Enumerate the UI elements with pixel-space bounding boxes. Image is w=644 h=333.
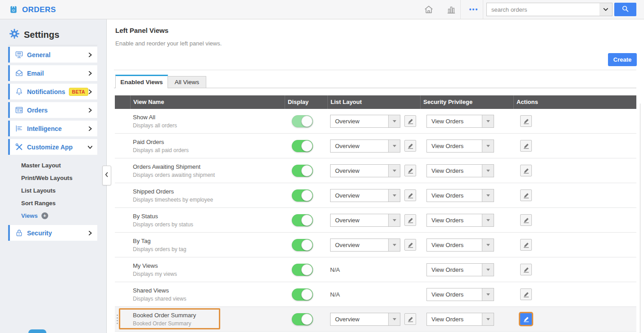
dropdown-caret-icon[interactable] [388, 214, 400, 226]
security-privilege-select[interactable]: View Orders [426, 263, 494, 276]
list-layout-select[interactable]: Overview [330, 115, 400, 128]
list-layout-select[interactable]: Overview [330, 238, 400, 252]
search-button[interactable] [614, 3, 636, 16]
dropdown-caret-icon[interactable] [388, 189, 400, 202]
view-description: Booked Order Summary [133, 320, 191, 327]
actions-cell [513, 282, 636, 306]
actions-cell [513, 257, 636, 282]
row-edit-button[interactable] [520, 115, 532, 127]
security-privilege-select[interactable]: View Orders [426, 313, 494, 326]
dropdown-caret-icon[interactable] [482, 140, 494, 152]
sidebar-subitem-sort-ranges[interactable]: Sort Ranges [21, 197, 73, 209]
display-cell [285, 109, 327, 133]
sidebar-item-general[interactable]: General [8, 47, 97, 63]
shopping-bag-icon [9, 4, 18, 16]
dropdown-caret-icon[interactable] [482, 239, 494, 251]
security-privilege-select[interactable]: View Orders [426, 140, 494, 153]
scrollbar-track[interactable] [640, 104, 640, 333]
dropdown-caret-icon[interactable] [482, 264, 494, 276]
list-layout-edit-button[interactable] [404, 189, 416, 201]
tab-enabled-views[interactable]: Enabled Views [115, 75, 168, 88]
dropdown-caret-icon[interactable] [388, 115, 400, 127]
list-layout-select[interactable]: Overview [330, 140, 400, 153]
sidebar-item-customize-app[interactable]: Customize App [8, 139, 97, 155]
create-button[interactable]: Create [608, 53, 637, 66]
sidebar-item-email[interactable]: Email [8, 65, 97, 81]
display-toggle[interactable] [292, 239, 313, 251]
more-menu-icon[interactable]: ••• [465, 0, 483, 19]
display-cell [285, 257, 327, 282]
display-toggle[interactable] [292, 165, 313, 177]
list-layout-select[interactable]: Overview [330, 313, 400, 326]
security-privilege-select[interactable]: View Orders [426, 164, 494, 177]
list-layout-edit-button[interactable] [404, 239, 416, 251]
toggle-knob [301, 215, 313, 226]
row-edit-button[interactable] [520, 165, 532, 176]
list-layout-edit-button[interactable] [404, 214, 416, 226]
view-description: Displays timesheets by employee [133, 197, 213, 203]
row-edit-button[interactable] [520, 239, 532, 251]
table-body: Show All Displays all orders Overview Vi… [115, 109, 636, 332]
sidebar-collapse-handle[interactable] [102, 166, 111, 185]
search-scope-dropdown[interactable] [599, 3, 612, 16]
list-layout-edit-button[interactable] [404, 115, 416, 127]
list-layout-select[interactable]: Overview [330, 189, 400, 202]
home-icon[interactable] [424, 4, 434, 16]
security-privilege-select[interactable]: View Orders [426, 288, 494, 301]
dropdown-caret-icon[interactable] [482, 214, 494, 226]
actions-cell [513, 233, 636, 257]
dropdown-caret-icon[interactable] [482, 165, 494, 177]
dropdown-caret-icon[interactable] [482, 288, 494, 301]
tab-all-views[interactable]: All Views [168, 76, 206, 88]
security-privilege-select[interactable]: View Orders [426, 189, 494, 202]
drag-handle-icon[interactable] [117, 315, 118, 316]
add-view-icon[interactable]: + [41, 212, 48, 219]
dropdown-caret-icon[interactable] [388, 313, 400, 325]
security-privilege-select[interactable]: View Orders [426, 238, 494, 252]
row-edit-button[interactable] [520, 313, 532, 325]
chat-button-peek[interactable] [28, 329, 46, 333]
dropdown-caret-icon[interactable] [388, 140, 400, 152]
display-toggle[interactable] [292, 115, 313, 127]
sidebar-item-notifications[interactable]: Notifications BETA [8, 84, 97, 99]
list-layout-select[interactable]: Overview [330, 214, 400, 227]
list-layout-edit-button[interactable] [404, 140, 416, 152]
sidebar-subitem-views[interactable]: Views + [21, 209, 73, 222]
display-toggle[interactable] [292, 264, 313, 276]
list-layout-edit-button[interactable] [404, 313, 416, 325]
list-layout-select[interactable]: Overview [330, 164, 400, 177]
list-layout-edit-button[interactable] [404, 165, 416, 176]
row-edit-button[interactable] [520, 288, 532, 300]
row-edit-button[interactable] [520, 264, 532, 275]
display-toggle[interactable] [292, 214, 313, 226]
page-subtitle: Enable and reorder your left panel views… [115, 40, 222, 47]
security-privilege-select[interactable]: View Orders [426, 214, 494, 227]
sidebar-subitem-print-web-layouts[interactable]: Print/Web Layouts [21, 171, 73, 184]
sidebar-subitem-list-layouts[interactable]: List Layouts [21, 184, 73, 197]
row-edit-button[interactable] [520, 214, 532, 226]
dropdown-caret-icon[interactable] [388, 165, 400, 177]
sidebar-item-orders[interactable]: Orders [8, 102, 97, 118]
sidebar-subitem-master-layout[interactable]: Master Layout [21, 159, 73, 171]
dropdown-caret-icon[interactable] [482, 313, 494, 325]
display-toggle[interactable] [292, 313, 313, 325]
display-toggle[interactable] [292, 189, 313, 202]
view-name-cell: Show All Displays all orders [130, 109, 285, 133]
divider [114, 70, 636, 70]
brand[interactable]: ORDERS [9, 4, 56, 16]
sidebar-item-security[interactable]: Security [8, 225, 97, 241]
dropdown-caret-icon[interactable] [482, 189, 494, 202]
row-edit-button[interactable] [520, 189, 532, 201]
row-edit-button[interactable] [520, 140, 532, 152]
dropdown-caret-icon[interactable] [482, 115, 494, 127]
display-toggle[interactable] [292, 140, 313, 152]
dropdown-caret-icon[interactable] [388, 239, 400, 251]
display-toggle[interactable] [292, 288, 313, 301]
search-input[interactable] [486, 3, 600, 16]
main-content: Left Panel Views Enable and reorder your… [107, 19, 644, 333]
bar-chart-icon[interactable] [446, 4, 456, 16]
sidebar-item-intelligence[interactable]: Intelligence [8, 121, 97, 136]
gear-icon [9, 28, 20, 41]
security-privilege-select[interactable]: View Orders [426, 115, 494, 128]
security-privilege-cell: View Orders [420, 233, 513, 257]
